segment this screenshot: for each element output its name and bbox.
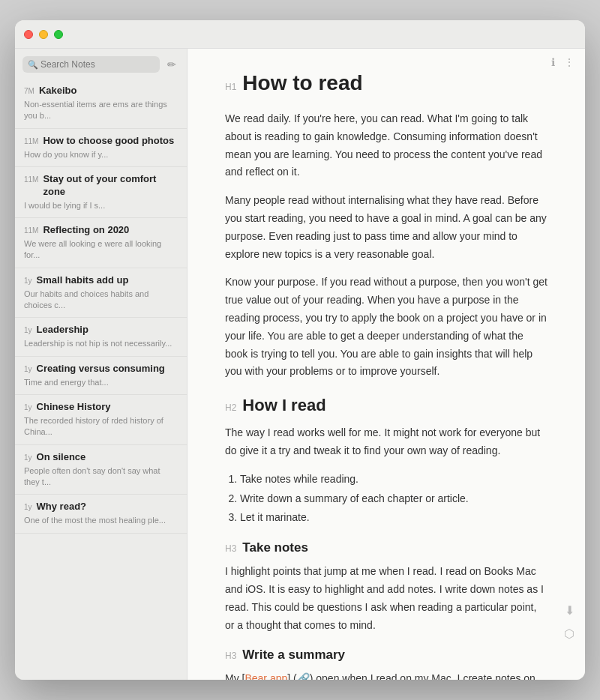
note-preview: Our habits and choices habits and choice… bbox=[24, 289, 178, 312]
close-button[interactable] bbox=[24, 30, 33, 39]
note-preview: Leadership is not hip is not necessarily… bbox=[24, 338, 178, 349]
note-title: How to choose good photos bbox=[43, 135, 174, 148]
article-paragraph-3: Know your purpose. If you read without a… bbox=[225, 274, 548, 381]
sidebar-header: 🔍 ✏ bbox=[15, 49, 187, 79]
article-paragraph-1: We read daily. If you're here, you can r… bbox=[225, 110, 548, 181]
minimize-button[interactable] bbox=[39, 30, 48, 39]
article-h1-text: How to read bbox=[242, 71, 362, 95]
step-item-3: Let it marinate. bbox=[240, 509, 548, 527]
note-item-leadership[interactable]: 1y Leadership Leadership is not hip is n… bbox=[15, 318, 187, 356]
note-age: 1y bbox=[24, 277, 32, 285]
app-body: 🔍 ✏ 7M Kakeibo Non-essential items are e… bbox=[15, 49, 585, 680]
pin-button[interactable]: ⬇ bbox=[562, 602, 576, 619]
content-toolbar: ℹ ⋮ bbox=[541, 49, 585, 76]
title-bar bbox=[15, 20, 585, 49]
note-title: Stay out of your comfort zone bbox=[43, 173, 178, 199]
note-age: 1y bbox=[24, 403, 32, 411]
note-item-why-read[interactable]: 1y Why read? One of the most the most he… bbox=[15, 495, 187, 533]
note-item-stay-out-of-your-comfort-zone[interactable]: 11M Stay out of your comfort zone I woul… bbox=[15, 167, 187, 218]
note-meta: 7M Kakeibo bbox=[24, 85, 178, 97]
note-title: Kakeibo bbox=[39, 85, 77, 97]
article-paragraph-2: Many people read without internalising w… bbox=[225, 192, 548, 263]
note-item-kakeibo[interactable]: 7M Kakeibo Non-essential items are ems a… bbox=[15, 79, 187, 129]
note-meta: 11M Reflecting on 2020 bbox=[24, 224, 178, 237]
article-body: H1 How to read We read daily. If you're … bbox=[188, 49, 585, 680]
h2-text: How I read bbox=[242, 396, 326, 415]
h3-write-summary-text: Write a summary bbox=[242, 648, 345, 663]
right-action-buttons: ⬇ ⬡ bbox=[562, 602, 576, 642]
note-title: Leadership bbox=[37, 324, 88, 337]
h1-label: H1 bbox=[225, 82, 236, 92]
note-item-creating-versus-consuming[interactable]: 1y Creating versus consuming Time and en… bbox=[15, 357, 187, 395]
compose-button[interactable]: ✏ bbox=[164, 57, 179, 72]
note-title: Chinese History bbox=[37, 401, 111, 414]
note-meta: 1y Small habits add up bbox=[24, 274, 178, 287]
section-how-i-read-heading: H2 How I read bbox=[225, 396, 548, 415]
h3-take-notes-text: Take notes bbox=[242, 540, 308, 555]
h2-label: H2 bbox=[225, 402, 236, 413]
info-button[interactable]: ℹ bbox=[550, 55, 556, 70]
h3-write-summary-label: H3 bbox=[225, 651, 236, 661]
note-age: 11M bbox=[24, 175, 38, 184]
write-summary-heading: H3 Write a summary bbox=[225, 648, 548, 663]
note-title: Creating versus consuming bbox=[37, 363, 165, 375]
note-meta: 1y Leadership bbox=[24, 324, 178, 337]
note-preview: We were all looking e were all looking f… bbox=[24, 238, 178, 262]
maximize-button[interactable] bbox=[54, 30, 63, 39]
note-preview: People often don't say don't say what th… bbox=[24, 465, 178, 489]
how-i-read-paragraph: The way I read works well for me. It mig… bbox=[225, 424, 548, 460]
note-age: 1y bbox=[24, 453, 32, 462]
take-notes-heading: H3 Take notes bbox=[225, 540, 548, 555]
note-title: Why read? bbox=[37, 501, 86, 513]
note-title: Reflecting on 2020 bbox=[43, 224, 129, 237]
note-title: On silence bbox=[37, 451, 86, 464]
more-options-button[interactable]: ⋮ bbox=[562, 55, 576, 70]
note-age: 1y bbox=[24, 503, 32, 511]
sidebar: 🔍 ✏ 7M Kakeibo Non-essential items are e… bbox=[15, 49, 188, 680]
note-age: 1y bbox=[24, 326, 32, 334]
search-wrapper: 🔍 bbox=[22, 56, 160, 73]
note-item-reflecting-on-2020[interactable]: 11M Reflecting on 2020 We were all looki… bbox=[15, 218, 187, 268]
note-item-small-habits-add-up[interactable]: 1y Small habits add up Our habits and ch… bbox=[15, 268, 187, 319]
app-window: 🔍 ✏ 7M Kakeibo Non-essential items are e… bbox=[15, 20, 585, 680]
step-item-1: Take notes while reading. bbox=[240, 471, 548, 489]
note-age: 11M bbox=[24, 137, 38, 145]
note-item-on-silence[interactable]: 1y On silence People often don't say don… bbox=[15, 445, 187, 495]
note-meta: 1y On silence bbox=[24, 451, 178, 464]
note-meta: 11M Stay out of your comfort zone bbox=[24, 173, 178, 199]
article-title: H1 How to read bbox=[225, 71, 548, 95]
take-notes-paragraph: I highlight points that jump at me when … bbox=[225, 563, 548, 634]
note-title: Small habits add up bbox=[37, 274, 129, 287]
export-button[interactable]: ⬡ bbox=[562, 625, 576, 642]
note-meta: 1y Creating versus consuming bbox=[24, 363, 178, 375]
steps-list: Take notes while reading.Write down a su… bbox=[225, 471, 548, 527]
note-age: 11M bbox=[24, 226, 38, 235]
note-age: 1y bbox=[24, 365, 32, 373]
note-item-how-to-choose-good-photos[interactable]: 11M How to choose good photos How do you… bbox=[15, 129, 187, 167]
write-summary-paragraph-1: My [Bear app] (🔗) open when I read on my… bbox=[225, 670, 548, 680]
note-meta: 1y Chinese History bbox=[24, 401, 178, 414]
note-preview: Time and energy that... bbox=[24, 377, 178, 388]
note-age: 7M bbox=[24, 87, 34, 95]
notes-list: 7M Kakeibo Non-essential items are ems a… bbox=[15, 79, 187, 680]
note-meta: 1y Why read? bbox=[24, 501, 178, 513]
h3-take-notes-label: H3 bbox=[225, 543, 236, 554]
note-meta: 11M How to choose good photos bbox=[24, 135, 178, 148]
search-input[interactable] bbox=[22, 56, 160, 73]
note-preview: One of the most the most healing ple... bbox=[24, 515, 178, 526]
step-item-2: Write down a summary of each chapter or … bbox=[240, 490, 548, 508]
note-preview: I would be lying if I s... bbox=[24, 200, 178, 211]
note-preview: How do you know if y... bbox=[24, 149, 178, 160]
bear-app-link[interactable]: Bear app bbox=[244, 672, 287, 680]
note-item-chinese-history[interactable]: 1y Chinese History The recorded history … bbox=[15, 395, 187, 445]
main-content: ℹ ⋮ H1 How to read We read daily. If you… bbox=[188, 49, 585, 680]
note-preview: The recorded history of rded history of … bbox=[24, 415, 178, 438]
note-preview: Non-essential items are ems are things y… bbox=[24, 99, 178, 122]
